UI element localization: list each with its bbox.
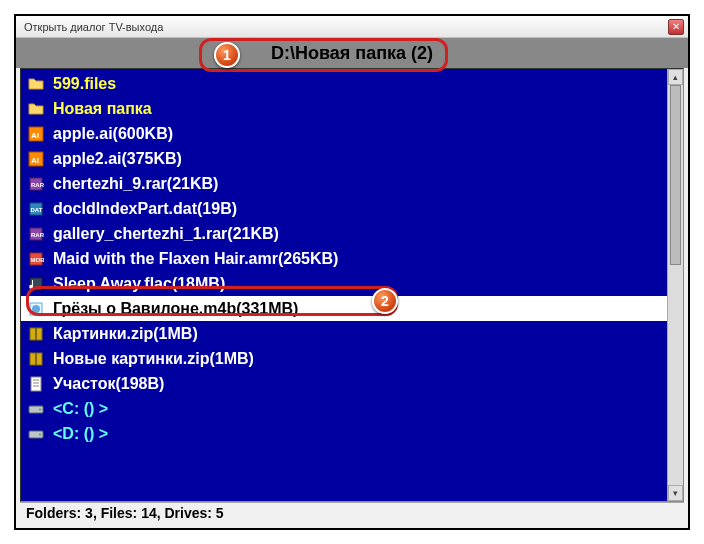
drive-item[interactable]: <C: () > [21, 396, 667, 421]
item-label: <D: () > [53, 425, 108, 443]
annotation-badge-2: 2 [372, 288, 398, 314]
flac-icon [27, 275, 45, 293]
file-item[interactable]: Картинки.zip(1MB) [21, 321, 667, 346]
file-area: 599.filesНовая папкаAIapple.ai(600KB)AIa… [20, 68, 684, 502]
close-button[interactable]: ✕ [668, 19, 684, 35]
ai-icon: AI [27, 125, 45, 143]
svg-point-23 [39, 433, 41, 435]
path-bar: D:\Новая папка (2) [16, 38, 688, 68]
scrollbar[interactable]: ▴ ▾ [667, 69, 683, 501]
scroll-thumb[interactable] [670, 85, 681, 265]
current-path: D:\Новая папка (2) [271, 43, 433, 64]
dialog-window: Открыть диалог TV-выхода ✕ D:\Новая папк… [14, 14, 690, 530]
file-list[interactable]: 599.filesНовая папкаAIapple.ai(600KB)AIa… [21, 69, 667, 501]
item-label: Новые картинки.zip(1MB) [53, 350, 254, 368]
titlebar: Открыть диалог TV-выхода ✕ [16, 16, 688, 38]
item-label: Maid with the Flaxen Hair.amr(265KB) [53, 250, 338, 268]
item-label: Участок(198B) [53, 375, 164, 393]
file-item[interactable]: Грёзы о Вавилоне.m4b(331MB) [21, 296, 667, 321]
svg-point-14 [32, 305, 40, 313]
item-label: Картинки.zip(1MB) [53, 325, 198, 343]
folder-item[interactable]: Новая папка [21, 96, 667, 121]
file-item[interactable]: MOBMaid with the Flaxen Hair.amr(265KB) [21, 246, 667, 271]
file-item[interactable]: AIapple2.ai(375KB) [21, 146, 667, 171]
svg-text:AI: AI [31, 131, 39, 140]
generic-icon [27, 375, 45, 393]
item-label: <C: () > [53, 400, 108, 418]
folder-icon [27, 100, 45, 118]
file-item[interactable]: RARchertezhi_9.rar(21KB) [21, 171, 667, 196]
svg-text:DAT: DAT [31, 207, 43, 213]
svg-text:AI: AI [31, 156, 39, 165]
item-label: apple.ai(600KB) [53, 125, 173, 143]
file-item[interactable]: Новые картинки.zip(1MB) [21, 346, 667, 371]
folder-item[interactable]: 599.files [21, 71, 667, 96]
m4b-icon [27, 300, 45, 318]
svg-point-21 [39, 408, 41, 410]
rar-icon: RAR [27, 225, 45, 243]
item-label: Sleep Away.flac(18MB) [53, 275, 225, 293]
svg-rect-18 [35, 353, 37, 365]
item-label: Новая папка [53, 100, 152, 118]
item-label: apple2.ai(375KB) [53, 150, 182, 168]
item-label: gallery_chertezhi_1.rar(21KB) [53, 225, 279, 243]
file-item[interactable]: Sleep Away.flac(18MB) [21, 271, 667, 296]
item-label: chertezhi_9.rar(21KB) [53, 175, 218, 193]
file-item[interactable]: RARgallery_chertezhi_1.rar(21KB) [21, 221, 667, 246]
file-item[interactable]: DATdocIdIndexPart.dat(19B) [21, 196, 667, 221]
item-label: Грёзы о Вавилоне.m4b(331MB) [53, 300, 298, 318]
status-bar: Folders: 3, Files: 14, Drives: 5 [20, 502, 684, 524]
ai-icon: AI [27, 150, 45, 168]
file-item[interactable]: Участок(198B) [21, 371, 667, 396]
drive-icon [27, 400, 45, 418]
annotation-badge-1: 1 [214, 42, 240, 68]
window-title: Открыть диалог TV-выхода [20, 21, 668, 33]
svg-rect-19 [31, 377, 41, 391]
item-label: 599.files [53, 75, 116, 93]
amr-icon: MOB [27, 250, 45, 268]
rar-icon: RAR [27, 175, 45, 193]
dat-icon: DAT [27, 200, 45, 218]
svg-text:RAR: RAR [31, 182, 44, 188]
drive-icon [27, 425, 45, 443]
scroll-down-icon[interactable]: ▾ [668, 485, 683, 501]
zip-icon [27, 350, 45, 368]
svg-rect-16 [35, 328, 37, 340]
svg-text:MOB: MOB [31, 257, 45, 263]
file-item[interactable]: AIapple.ai(600KB) [21, 121, 667, 146]
zip-icon [27, 325, 45, 343]
svg-text:RAR: RAR [31, 232, 44, 238]
folder-icon [27, 75, 45, 93]
drive-item[interactable]: <D: () > [21, 421, 667, 446]
scroll-up-icon[interactable]: ▴ [668, 69, 683, 85]
item-label: docIdIndexPart.dat(19B) [53, 200, 237, 218]
